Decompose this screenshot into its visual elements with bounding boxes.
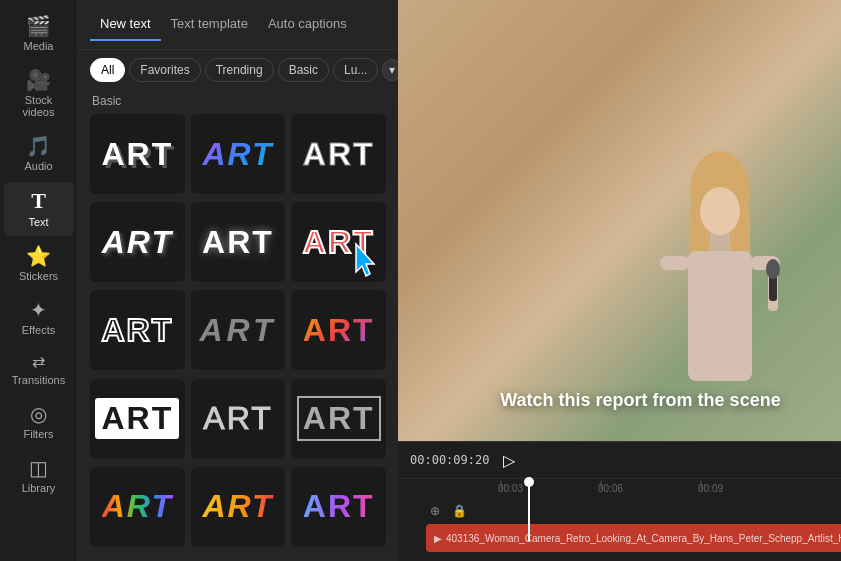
sidebar-item-filters[interactable]: ◎ Filters xyxy=(4,396,74,448)
sidebar-item-text[interactable]: T Text xyxy=(4,182,74,236)
art-text-13: ART xyxy=(102,488,173,525)
art-card-11[interactable]: ART xyxy=(191,379,286,459)
filter-more-button[interactable]: ▾ xyxy=(382,59,398,81)
timeline-ruler: 00:03 00:06 00:09 xyxy=(398,478,841,498)
sidebar-item-label: Library xyxy=(22,482,56,494)
art-text-5: ART xyxy=(202,224,274,261)
art-text-4: ART xyxy=(102,224,173,261)
playhead-top xyxy=(524,477,534,487)
art-text-2: ART xyxy=(202,136,273,173)
track-expand-button[interactable]: ⊕ xyxy=(426,502,444,520)
art-card-8[interactable]: ART xyxy=(191,290,286,370)
play-button[interactable]: ▷ xyxy=(497,449,521,472)
video-overlay-text: Watch this report from the scene xyxy=(500,390,780,411)
art-text-1: ART xyxy=(101,136,173,173)
tab-auto-captions[interactable]: Auto captions xyxy=(258,8,357,41)
svg-point-11 xyxy=(766,259,780,279)
text-icon: T xyxy=(31,190,46,212)
tab-text-template[interactable]: Text template xyxy=(161,8,258,41)
sidebar-item-label: Stock videos xyxy=(8,94,70,118)
track-lock-button[interactable]: 🔒 xyxy=(448,502,471,520)
timeline-track-area: ⊕ 🔒 ▶ 403136_Woman_Camera_Retro_Looking_… xyxy=(398,498,841,561)
sidebar-item-audio[interactable]: 🎵 Audio xyxy=(4,128,74,180)
sidebar-item-label: Stickers xyxy=(19,270,58,282)
art-card-6[interactable]: ART xyxy=(291,202,386,282)
current-time-display: 00:00:09:20 xyxy=(410,453,489,467)
sidebar: 🎬 Media 🎥 Stock videos 🎵 Audio T Text ⭐ … xyxy=(0,0,78,561)
timeline-controls: 00:00:09:20 ▷ xyxy=(398,442,841,478)
sidebar-item-stickers[interactable]: ⭐ Stickers xyxy=(4,238,74,290)
art-card-13[interactable]: ART xyxy=(90,467,185,547)
art-text-12: ART xyxy=(297,396,381,441)
sidebar-item-transitions[interactable]: ⇄ Transitions xyxy=(4,346,74,394)
timeline-area: 00:00:09:20 ▷ 00:03 00:06 00:09 xyxy=(398,441,841,561)
svg-point-5 xyxy=(700,187,740,235)
effects-icon: ✦ xyxy=(30,300,47,320)
art-card-2[interactable]: ART xyxy=(191,114,286,194)
art-card-15[interactable]: ART xyxy=(291,467,386,547)
sidebar-item-label: Filters xyxy=(24,428,54,440)
art-text-14: ART xyxy=(202,488,273,525)
library-icon: ◫ xyxy=(29,458,48,478)
art-text-11: ART xyxy=(203,400,272,437)
art-text-9: ART xyxy=(303,312,375,349)
sidebar-item-media[interactable]: 🎬 Media xyxy=(4,8,74,60)
tab-new-text[interactable]: New text xyxy=(90,8,161,41)
text-art-grid: ART ART ART ART ART ART ART xyxy=(78,114,398,561)
svg-rect-7 xyxy=(660,256,690,270)
sidebar-item-library[interactable]: ◫ Library xyxy=(4,450,74,502)
transitions-icon: ⇄ xyxy=(32,354,45,370)
art-card-7[interactable]: ART xyxy=(90,290,185,370)
art-text-3: ART xyxy=(303,136,375,173)
text-panel: New text Text template Auto captions All… xyxy=(78,0,398,561)
right-side: Watch this report from the scene 00:00:0… xyxy=(398,0,841,561)
sidebar-item-label: Transitions xyxy=(12,374,65,386)
media-icon: 🎬 xyxy=(26,16,51,36)
art-card-4[interactable]: ART xyxy=(90,202,185,282)
track-filename: 403136_Woman_Camera_Retro_Looking_At_Cam… xyxy=(446,533,841,544)
art-card-12[interactable]: ART xyxy=(291,379,386,459)
video-track[interactable]: ▶ 403136_Woman_Camera_Retro_Looking_At_C… xyxy=(426,524,841,552)
art-card-14[interactable]: ART xyxy=(191,467,286,547)
art-text-15: ART xyxy=(303,488,375,525)
art-card-9[interactable]: ART xyxy=(291,290,386,370)
sidebar-item-label: Media xyxy=(24,40,54,52)
art-card-10[interactable]: ART xyxy=(90,379,185,459)
section-label: Basic xyxy=(78,90,398,114)
art-text-7: ART xyxy=(101,312,173,349)
sidebar-item-effects[interactable]: ✦ Effects xyxy=(4,292,74,344)
playhead[interactable] xyxy=(528,481,530,541)
filter-lu[interactable]: Lu... xyxy=(333,58,378,82)
filter-favorites[interactable]: Favorites xyxy=(129,58,200,82)
sidebar-item-stock-videos[interactable]: 🎥 Stock videos xyxy=(4,62,74,126)
stock-videos-icon: 🎥 xyxy=(26,70,51,90)
sidebar-item-label: Text xyxy=(28,216,48,228)
panel-tabs: New text Text template Auto captions xyxy=(78,0,398,50)
cursor-icon xyxy=(352,242,382,278)
art-card-1[interactable]: ART xyxy=(90,114,185,194)
sidebar-item-label: Audio xyxy=(24,160,52,172)
filter-basic[interactable]: Basic xyxy=(278,58,329,82)
audio-icon: 🎵 xyxy=(26,136,51,156)
stickers-icon: ⭐ xyxy=(26,246,51,266)
video-preview[interactable]: Watch this report from the scene xyxy=(398,0,841,441)
svg-marker-0 xyxy=(356,244,374,276)
track-controls: ⊕ 🔒 xyxy=(426,502,841,520)
art-card-5[interactable]: ART xyxy=(191,202,286,282)
filters-icon: ◎ xyxy=(30,404,47,424)
filter-all[interactable]: All xyxy=(90,58,125,82)
sidebar-item-label: Effects xyxy=(22,324,55,336)
art-text-10: ART xyxy=(95,398,179,439)
track-video-icon: ▶ xyxy=(434,533,442,544)
svg-rect-6 xyxy=(688,251,752,381)
filter-trending[interactable]: Trending xyxy=(205,58,274,82)
art-text-8: ART xyxy=(199,312,276,349)
video-background: Watch this report from the scene xyxy=(398,0,841,441)
art-card-3[interactable]: ART xyxy=(291,114,386,194)
ruler-ticks xyxy=(426,481,841,497)
ruler-marks: 00:03 00:06 00:09 xyxy=(426,481,841,497)
filter-row: All Favorites Trending Basic Lu... ▾ xyxy=(78,50,398,90)
